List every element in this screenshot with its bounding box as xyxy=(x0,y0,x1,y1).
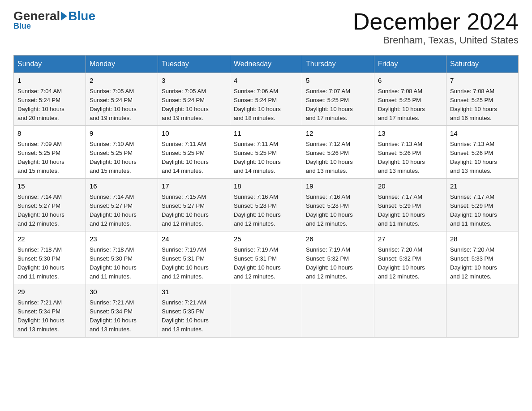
day-number: 25 xyxy=(234,234,298,244)
table-row: 13 Sunrise: 7:13 AMSunset: 5:26 PMDaylig… xyxy=(374,126,446,179)
table-row: 6 Sunrise: 7:08 AMSunset: 5:25 PMDayligh… xyxy=(374,73,446,126)
day-info: Sunrise: 7:21 AMSunset: 5:35 PMDaylight:… xyxy=(162,299,209,333)
day-info: Sunrise: 7:17 AMSunset: 5:29 PMDaylight:… xyxy=(378,193,425,227)
day-number: 5 xyxy=(306,76,370,86)
day-info: Sunrise: 7:19 AMSunset: 5:32 PMDaylight:… xyxy=(306,246,353,280)
day-number: 27 xyxy=(378,234,442,244)
day-number: 11 xyxy=(234,128,298,139)
day-number: 20 xyxy=(378,181,442,192)
calendar-week-row: 29 Sunrise: 7:21 AMSunset: 5:34 PMDaylig… xyxy=(14,284,519,337)
day-info: Sunrise: 7:14 AMSunset: 5:27 PMDaylight:… xyxy=(17,193,64,227)
day-number: 29 xyxy=(17,287,82,297)
table-row: 29 Sunrise: 7:21 AMSunset: 5:34 PMDaylig… xyxy=(14,284,86,337)
day-number: 15 xyxy=(17,181,82,192)
day-number: 12 xyxy=(306,128,370,139)
table-row: 2 Sunrise: 7:05 AMSunset: 5:24 PMDayligh… xyxy=(86,73,158,126)
day-info: Sunrise: 7:14 AMSunset: 5:27 PMDaylight:… xyxy=(90,193,137,227)
table-row: 10 Sunrise: 7:11 AMSunset: 5:25 PMDaylig… xyxy=(158,126,230,179)
day-info: Sunrise: 7:16 AMSunset: 5:28 PMDaylight:… xyxy=(306,193,353,227)
table-row: 7 Sunrise: 7:08 AMSunset: 5:25 PMDayligh… xyxy=(446,73,519,126)
table-row: 9 Sunrise: 7:10 AMSunset: 5:25 PMDayligh… xyxy=(86,126,158,179)
table-row xyxy=(374,284,446,337)
day-number: 3 xyxy=(162,76,226,86)
table-row xyxy=(302,284,374,337)
day-number: 24 xyxy=(162,234,226,244)
day-number: 17 xyxy=(162,181,226,192)
page-header: General Blue Blue December 2024 Brenham,… xyxy=(13,9,519,46)
logo-blue-word: Blue xyxy=(68,9,95,23)
day-info: Sunrise: 7:13 AMSunset: 5:26 PMDaylight:… xyxy=(450,141,497,174)
table-row: 20 Sunrise: 7:17 AMSunset: 5:29 PMDaylig… xyxy=(374,179,446,231)
table-row: 4 Sunrise: 7:06 AMSunset: 5:24 PMDayligh… xyxy=(230,73,302,126)
day-number: 21 xyxy=(450,181,515,192)
table-row xyxy=(446,284,519,337)
calendar-week-row: 1 Sunrise: 7:04 AMSunset: 5:24 PMDayligh… xyxy=(14,73,519,126)
day-info: Sunrise: 7:21 AMSunset: 5:34 PMDaylight:… xyxy=(90,299,137,333)
day-number: 16 xyxy=(90,181,154,192)
table-row: 25 Sunrise: 7:19 AMSunset: 5:31 PMDaylig… xyxy=(230,231,302,284)
table-row: 21 Sunrise: 7:17 AMSunset: 5:29 PMDaylig… xyxy=(446,179,519,231)
table-row: 23 Sunrise: 7:18 AMSunset: 5:30 PMDaylig… xyxy=(86,231,158,284)
table-row: 22 Sunrise: 7:18 AMSunset: 5:30 PMDaylig… xyxy=(14,231,86,284)
table-row: 3 Sunrise: 7:05 AMSunset: 5:24 PMDayligh… xyxy=(158,73,230,126)
table-row: 27 Sunrise: 7:20 AMSunset: 5:32 PMDaylig… xyxy=(374,231,446,284)
col-monday: Monday xyxy=(86,56,158,73)
logo: General Blue Blue xyxy=(13,9,95,31)
calendar-week-row: 15 Sunrise: 7:14 AMSunset: 5:27 PMDaylig… xyxy=(14,179,519,231)
table-row: 28 Sunrise: 7:20 AMSunset: 5:33 PMDaylig… xyxy=(446,231,519,284)
table-row: 14 Sunrise: 7:13 AMSunset: 5:26 PMDaylig… xyxy=(446,126,519,179)
day-number: 7 xyxy=(450,76,515,86)
day-info: Sunrise: 7:15 AMSunset: 5:27 PMDaylight:… xyxy=(162,193,209,227)
day-number: 23 xyxy=(90,234,154,244)
day-info: Sunrise: 7:11 AMSunset: 5:25 PMDaylight:… xyxy=(162,141,209,174)
day-number: 19 xyxy=(306,181,370,192)
day-number: 4 xyxy=(234,76,298,86)
day-info: Sunrise: 7:21 AMSunset: 5:34 PMDaylight:… xyxy=(17,299,64,333)
table-row: 11 Sunrise: 7:11 AMSunset: 5:25 PMDaylig… xyxy=(230,126,302,179)
table-row: 8 Sunrise: 7:09 AMSunset: 5:25 PMDayligh… xyxy=(14,126,86,179)
day-info: Sunrise: 7:13 AMSunset: 5:26 PMDaylight:… xyxy=(378,141,425,174)
day-info: Sunrise: 7:05 AMSunset: 5:24 PMDaylight:… xyxy=(162,88,209,121)
day-info: Sunrise: 7:08 AMSunset: 5:25 PMDaylight:… xyxy=(450,88,497,121)
col-thursday: Thursday xyxy=(302,56,374,73)
title-area: December 2024 Brenham, Texas, United Sta… xyxy=(353,9,519,46)
table-row: 15 Sunrise: 7:14 AMSunset: 5:27 PMDaylig… xyxy=(14,179,86,231)
day-info: Sunrise: 7:04 AMSunset: 5:24 PMDaylight:… xyxy=(17,88,64,121)
calendar-week-row: 22 Sunrise: 7:18 AMSunset: 5:30 PMDaylig… xyxy=(14,231,519,284)
day-number: 28 xyxy=(450,234,515,244)
table-row: 1 Sunrise: 7:04 AMSunset: 5:24 PMDayligh… xyxy=(14,73,86,126)
table-row: 16 Sunrise: 7:14 AMSunset: 5:27 PMDaylig… xyxy=(86,179,158,231)
day-number: 18 xyxy=(234,181,298,192)
day-info: Sunrise: 7:19 AMSunset: 5:31 PMDaylight:… xyxy=(234,246,281,280)
day-info: Sunrise: 7:18 AMSunset: 5:30 PMDaylight:… xyxy=(17,246,64,280)
col-tuesday: Tuesday xyxy=(158,56,230,73)
table-row: 17 Sunrise: 7:15 AMSunset: 5:27 PMDaylig… xyxy=(158,179,230,231)
col-friday: Friday xyxy=(374,56,446,73)
day-number: 2 xyxy=(90,76,154,86)
table-row: 30 Sunrise: 7:21 AMSunset: 5:34 PMDaylig… xyxy=(86,284,158,337)
col-wednesday: Wednesday xyxy=(230,56,302,73)
day-number: 10 xyxy=(162,128,226,139)
table-row: 24 Sunrise: 7:19 AMSunset: 5:31 PMDaylig… xyxy=(158,231,230,284)
day-info: Sunrise: 7:12 AMSunset: 5:26 PMDaylight:… xyxy=(306,141,353,174)
table-row: 19 Sunrise: 7:16 AMSunset: 5:28 PMDaylig… xyxy=(302,179,374,231)
calendar-header-row: Sunday Monday Tuesday Wednesday Thursday… xyxy=(14,56,519,73)
logo-blue-part: Blue xyxy=(60,9,95,23)
day-info: Sunrise: 7:07 AMSunset: 5:25 PMDaylight:… xyxy=(306,88,353,121)
location-subtitle: Brenham, Texas, United States xyxy=(353,34,519,46)
day-info: Sunrise: 7:16 AMSunset: 5:28 PMDaylight:… xyxy=(234,193,281,227)
day-number: 31 xyxy=(162,287,226,297)
table-row: 31 Sunrise: 7:21 AMSunset: 5:35 PMDaylig… xyxy=(158,284,230,337)
day-number: 1 xyxy=(17,76,82,86)
day-info: Sunrise: 7:19 AMSunset: 5:31 PMDaylight:… xyxy=(162,246,209,280)
col-saturday: Saturday xyxy=(446,56,519,73)
table-row: 26 Sunrise: 7:19 AMSunset: 5:32 PMDaylig… xyxy=(302,231,374,284)
day-info: Sunrise: 7:05 AMSunset: 5:24 PMDaylight:… xyxy=(90,88,137,121)
day-number: 6 xyxy=(378,76,442,86)
day-info: Sunrise: 7:17 AMSunset: 5:29 PMDaylight:… xyxy=(450,193,497,227)
day-info: Sunrise: 7:20 AMSunset: 5:33 PMDaylight:… xyxy=(450,246,497,280)
day-number: 8 xyxy=(17,128,82,139)
day-info: Sunrise: 7:20 AMSunset: 5:32 PMDaylight:… xyxy=(378,246,425,280)
day-number: 13 xyxy=(378,128,442,139)
table-row: 5 Sunrise: 7:07 AMSunset: 5:25 PMDayligh… xyxy=(302,73,374,126)
